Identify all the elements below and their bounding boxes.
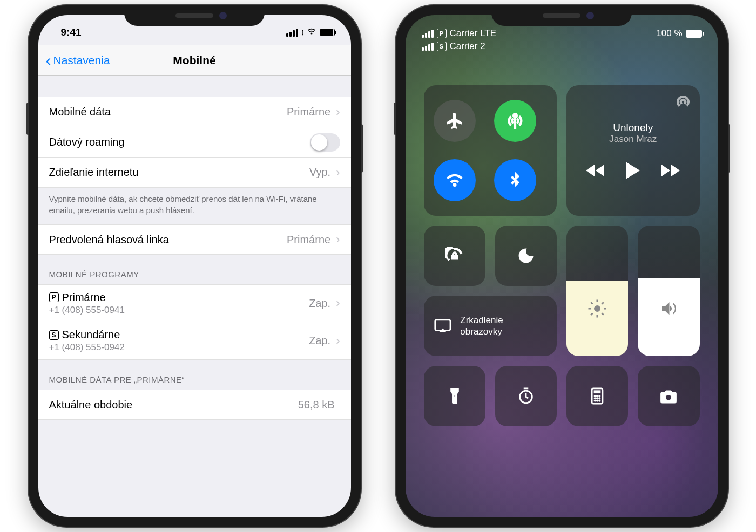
signal-icon: [422, 43, 434, 51]
calculator-icon: [588, 387, 606, 405]
wifi-icon: [446, 171, 464, 189]
camera-icon: [659, 387, 678, 405]
airplane-icon: [446, 112, 464, 130]
row-personal-hotspot[interactable]: Zdieľanie internetu Vyp. ›: [38, 158, 351, 188]
svg-point-8: [594, 398, 596, 399]
battery-icon: [320, 29, 335, 36]
flashlight-icon: [446, 387, 464, 405]
battery-percent: 100 %: [656, 28, 682, 39]
bluetooth-button[interactable]: [494, 159, 536, 201]
svg-point-6: [597, 395, 598, 397]
dual-sim-icon: ⁞: [301, 29, 303, 37]
notch: [124, 5, 265, 26]
volume-icon: [659, 299, 678, 318]
back-label: Nastavenia: [53, 54, 110, 67]
bluetooth-icon: [506, 171, 524, 189]
status-time: 9:41: [55, 26, 198, 38]
value: Vyp.: [309, 166, 330, 179]
sim-badge-icon: S: [49, 330, 59, 340]
mirror-label: Zrkadlenie obrazovky: [460, 315, 547, 338]
value: Primárne: [287, 106, 330, 118]
sim-badge-icon: S: [437, 42, 447, 51]
sim-badge-icon: P: [437, 29, 447, 38]
notch: [491, 5, 632, 26]
svg-point-7: [599, 395, 600, 397]
row-data-roaming[interactable]: Dátový roaming: [38, 127, 351, 158]
timer-button[interactable]: [495, 366, 557, 426]
cellular-button[interactable]: [494, 100, 536, 142]
chevron-right-icon: ›: [336, 334, 340, 348]
calculator-button[interactable]: [566, 366, 628, 426]
brightness-icon: [588, 299, 607, 318]
signal-icon: [422, 30, 434, 38]
back-button[interactable]: ‹ Nastavenia: [46, 52, 110, 69]
next-button[interactable]: [662, 165, 680, 176]
carrier-label-1: Carrier LTE: [450, 28, 497, 39]
navigation-bar: ‹ Nastavenia Mobilné: [38, 45, 351, 76]
chevron-right-icon: ›: [336, 105, 340, 119]
screen-mirroring-button[interactable]: Zrkadlenie obrazovky: [424, 296, 557, 356]
section-footnote: Vypnite mobilné dáta, ak chcete obmedziť…: [38, 188, 351, 224]
wifi-icon: [307, 28, 316, 37]
svg-point-0: [594, 305, 600, 312]
do-not-disturb-button[interactable]: [495, 226, 557, 286]
connectivity-tile[interactable]: [424, 85, 557, 216]
label: Zdieľanie internetu: [49, 166, 309, 179]
lock-rotation-icon: [446, 247, 464, 265]
battery-icon: [686, 30, 702, 38]
media-artist: Jason Mraz: [609, 134, 657, 145]
flashlight-button[interactable]: [424, 366, 485, 426]
row-current-period[interactable]: Aktuálne obdobie 56,8 kB: [38, 390, 351, 420]
previous-button[interactable]: [586, 165, 604, 176]
screen-mirror-icon: [434, 317, 452, 335]
sim-badge-icon: P: [49, 292, 59, 302]
chevron-right-icon: ›: [336, 166, 340, 180]
chevron-left-icon: ‹: [46, 52, 51, 69]
row-plan-secondary[interactable]: S Sekundárne +1 (408) 555-0942 Zap. ›: [38, 322, 351, 360]
value: 56,8 kB: [298, 399, 335, 411]
page-title: Mobilné: [173, 54, 215, 67]
row-cellular-data[interactable]: Mobilné dáta Primárne ›: [38, 97, 351, 127]
plan-label: Sekundárne: [62, 329, 120, 341]
wifi-button[interactable]: [434, 159, 476, 201]
label: Dátový roaming: [49, 136, 310, 148]
svg-point-9: [597, 398, 598, 399]
carrier-label-2: Carrier 2: [450, 41, 485, 52]
volume-slider[interactable]: [638, 226, 699, 356]
control-center-grid: Unlonely Jason Mraz: [406, 85, 718, 426]
label: Mobilné dáta: [49, 106, 287, 118]
row-plan-primary[interactable]: P Primárne +1 (408) 555-0941 Zap. ›: [38, 284, 351, 322]
plan-number: +1 (408) 555-0942: [49, 342, 309, 353]
svg-point-11: [594, 400, 596, 401]
timer-icon: [517, 387, 535, 405]
airplay-icon: [674, 93, 692, 113]
plan-number: +1 (408) 555-0941: [49, 305, 309, 316]
chevron-right-icon: ›: [336, 233, 340, 247]
svg-rect-4: [594, 391, 600, 393]
plan-state: Zap.: [309, 335, 330, 347]
now-playing-tile[interactable]: Unlonely Jason Mraz: [566, 85, 700, 216]
play-button[interactable]: [626, 162, 640, 179]
value: Primárne: [287, 234, 330, 246]
orientation-lock-button[interactable]: [424, 226, 485, 286]
svg-point-13: [599, 400, 600, 401]
label: Predvolená hlasová linka: [49, 234, 287, 246]
antenna-icon: [506, 112, 524, 130]
section-header-usage: MOBILNÉ DÁTA PRE „PRIMÁRNE“: [38, 360, 351, 390]
plan-state: Zap.: [309, 297, 330, 310]
row-default-voice-line[interactable]: Predvolená hlasová linka Primárne ›: [38, 224, 351, 255]
plan-label: Primárne: [62, 291, 106, 304]
svg-point-10: [599, 398, 600, 399]
svg-point-5: [594, 395, 596, 397]
media-title: Unlonely: [609, 122, 657, 134]
moon-icon: [517, 247, 535, 265]
airplane-mode-button[interactable]: [434, 100, 476, 142]
svg-point-12: [597, 400, 598, 401]
camera-button[interactable]: [638, 366, 699, 426]
section-header-plans: MOBILNÉ PROGRAMY: [38, 255, 351, 284]
signal-icon: [286, 29, 298, 37]
label: Aktuálne obdobie: [49, 399, 298, 411]
brightness-slider[interactable]: [566, 226, 628, 356]
chevron-right-icon: ›: [336, 296, 340, 310]
toggle-off[interactable]: [310, 133, 340, 152]
